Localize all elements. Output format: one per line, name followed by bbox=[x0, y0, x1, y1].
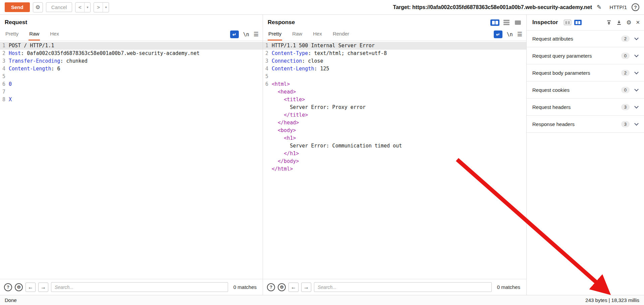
inspector-close-icon[interactable]: ✕ bbox=[636, 19, 640, 25]
editor-menu-icon[interactable]: ☰ bbox=[517, 31, 522, 38]
search-next-button[interactable]: → bbox=[38, 283, 48, 292]
send-settings-button[interactable]: ⚙ bbox=[33, 2, 43, 12]
code-line[interactable]: <head> bbox=[263, 88, 526, 96]
request-tab-raw[interactable]: Raw bbox=[29, 29, 40, 41]
code-line[interactable]: </html> bbox=[263, 165, 526, 173]
search-settings-icon[interactable]: ⚙ bbox=[15, 283, 23, 291]
forward-dropdown-icon[interactable]: ▾ bbox=[103, 3, 109, 12]
code-line[interactable]: 2Content-Type: text/html; charset=utf-8 bbox=[263, 50, 526, 57]
request-tab-hex[interactable]: Hex bbox=[49, 29, 60, 41]
response-editor-tools: ↵ \n ☰ bbox=[494, 30, 522, 41]
cancel-button[interactable]: Cancel bbox=[46, 2, 72, 12]
chevron-down-icon bbox=[634, 70, 639, 74]
search-prev-button[interactable]: ← bbox=[288, 283, 299, 292]
response-tab-render[interactable]: Render bbox=[332, 29, 350, 41]
code-line[interactable]: 3Connection: close bbox=[263, 57, 526, 65]
inspector-item-label: Request query parameters bbox=[532, 53, 592, 59]
code-text: <title> bbox=[272, 96, 305, 104]
code-line[interactable]: </h1> bbox=[263, 150, 526, 158]
code-line[interactable]: 8X bbox=[0, 96, 263, 104]
inspector-item-request-body-parameters[interactable]: Request body parameters2 bbox=[527, 64, 644, 81]
inspector-dock-right-icon[interactable] bbox=[574, 20, 582, 25]
word-wrap-icon[interactable]: ↵ bbox=[494, 30, 502, 38]
inspector-item-count: 3 bbox=[621, 121, 630, 127]
inspector-item-request-cookies[interactable]: Request cookies0 bbox=[527, 81, 644, 99]
code-line[interactable]: 60 bbox=[0, 80, 263, 88]
code-line[interactable]: 7 bbox=[0, 88, 263, 96]
code-line[interactable]: </title> bbox=[263, 111, 526, 119]
code-line[interactable]: Server Error: Communication timed out bbox=[263, 142, 526, 150]
layout-rows-icon[interactable] bbox=[502, 19, 511, 26]
show-newlines-icon[interactable]: \n bbox=[243, 32, 249, 38]
code-line[interactable]: 1POST / HTTP/1.1 bbox=[0, 42, 263, 50]
line-number bbox=[263, 134, 272, 142]
line-number: 6 bbox=[0, 80, 9, 88]
inspector-item-count: 2 bbox=[621, 70, 630, 76]
collapse-all-icon[interactable] bbox=[606, 20, 612, 25]
response-match-count: 0 matches bbox=[494, 284, 522, 290]
response-tab-pretty[interactable]: Pretty bbox=[268, 29, 282, 41]
search-help-icon[interactable]: ? bbox=[4, 283, 12, 291]
line-number bbox=[263, 150, 272, 158]
code-line[interactable]: 4Content-Length: 125 bbox=[263, 65, 526, 73]
help-icon[interactable]: ? bbox=[632, 3, 639, 11]
code-line[interactable]: 3Transfer-Encoding: chunked bbox=[0, 57, 263, 65]
code-line[interactable]: 2Host: 0afa002c035fd6878363c58e001a00b7.… bbox=[0, 50, 263, 57]
search-next-button[interactable]: → bbox=[301, 283, 311, 292]
code-text: </body> bbox=[272, 158, 299, 165]
line-number bbox=[263, 127, 272, 134]
code-text: 0 bbox=[9, 80, 12, 88]
code-line[interactable]: <h1> bbox=[263, 134, 526, 142]
code-text: <html> bbox=[272, 80, 290, 88]
word-wrap-icon[interactable]: ↵ bbox=[230, 30, 239, 38]
inspector-panel: Inspector ⚙ ✕ Request attributes2Request… bbox=[527, 15, 644, 295]
request-editor[interactable]: 1POST / HTTP/1.12Host: 0afa002c035fd6878… bbox=[0, 41, 263, 279]
history-back-group: < ▾ bbox=[75, 2, 91, 12]
code-line[interactable]: 6<html> bbox=[263, 80, 526, 88]
back-dropdown-icon[interactable]: ▾ bbox=[84, 3, 90, 12]
code-line[interactable]: 5 bbox=[263, 73, 526, 80]
search-help-icon[interactable]: ? bbox=[267, 283, 275, 291]
code-line[interactable]: <body> bbox=[263, 127, 526, 134]
code-line[interactable]: </body> bbox=[263, 158, 526, 165]
response-tab-raw[interactable]: Raw bbox=[291, 29, 303, 41]
target-url-label: Target: https://0afa002c035fd6878363c58e… bbox=[393, 4, 592, 10]
line-number: 2 bbox=[263, 50, 272, 57]
response-tab-hex[interactable]: Hex bbox=[312, 29, 323, 41]
search-prev-button[interactable]: ← bbox=[25, 283, 36, 292]
inspector-item-request-attributes[interactable]: Request attributes2 bbox=[527, 30, 644, 47]
code-line[interactable]: </head> bbox=[263, 119, 526, 127]
http-version-label[interactable]: HTTP/1 bbox=[609, 4, 627, 10]
line-number: 6 bbox=[263, 80, 272, 88]
code-text: Content-Type: text/html; charset=utf-8 bbox=[272, 50, 387, 57]
response-editor[interactable]: 1HTTP/1.1 500 Internal Server Error2Cont… bbox=[263, 41, 526, 279]
code-line[interactable]: <title> bbox=[263, 96, 526, 104]
back-button[interactable]: < bbox=[75, 3, 84, 12]
request-tab-pretty[interactable]: Pretty bbox=[5, 29, 19, 41]
inspector-item-response-headers[interactable]: Response headers3 bbox=[527, 116, 644, 133]
forward-button[interactable]: > bbox=[94, 3, 103, 12]
inspector-settings-icon[interactable]: ⚙ bbox=[626, 19, 631, 26]
expand-all-icon[interactable] bbox=[616, 20, 622, 25]
inspector-dock-left-icon[interactable] bbox=[564, 20, 571, 25]
response-search-bar: ? ⚙ ← → 0 matches bbox=[263, 279, 526, 295]
layout-single-icon[interactable] bbox=[513, 19, 522, 26]
request-search-input[interactable] bbox=[51, 282, 228, 292]
edit-target-icon[interactable]: ✎ bbox=[597, 4, 601, 11]
line-number bbox=[263, 104, 272, 111]
editor-menu-icon[interactable]: ☰ bbox=[254, 31, 259, 38]
inspector-item-request-query-parameters[interactable]: Request query parameters0 bbox=[527, 47, 644, 64]
code-line[interactable]: 1HTTP/1.1 500 Internal Server Error bbox=[263, 42, 526, 50]
layout-columns-icon[interactable] bbox=[490, 19, 499, 26]
code-line[interactable]: Server Error: Proxy error bbox=[263, 104, 526, 111]
inspector-item-request-headers[interactable]: Request headers3 bbox=[527, 99, 644, 116]
code-text: </head> bbox=[272, 119, 299, 127]
response-search-input[interactable] bbox=[314, 282, 492, 292]
code-line[interactable]: 5 bbox=[0, 73, 263, 80]
send-button[interactable]: Send bbox=[5, 2, 30, 12]
code-line[interactable]: 4Content-Length: 6 bbox=[0, 65, 263, 73]
chevron-down-icon bbox=[634, 36, 639, 40]
line-number: 2 bbox=[0, 50, 9, 57]
show-newlines-icon[interactable]: \n bbox=[507, 32, 513, 38]
search-settings-icon[interactable]: ⚙ bbox=[278, 283, 286, 291]
